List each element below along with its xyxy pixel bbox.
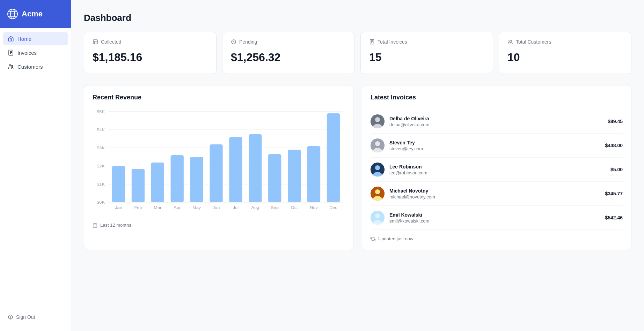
svg-rect-35	[288, 150, 301, 202]
calendar-icon	[93, 223, 97, 228]
svg-text:Jun: Jun	[213, 205, 220, 210]
chart-footer: Last 12 months	[93, 218, 345, 228]
sidebar-nav: Home Invoices Customers	[0, 28, 71, 306]
invoice-email: michael@novotny.com	[389, 194, 600, 200]
stat-pending-label: Pending	[239, 39, 257, 45]
svg-point-13	[511, 40, 512, 42]
invoice-amount: $345.77	[605, 191, 623, 196]
sign-out-button[interactable]: Sign Out	[6, 311, 65, 323]
logo-text: Acme	[22, 9, 43, 18]
svg-rect-33	[249, 134, 262, 202]
invoice-name: Delba de Oliveira	[389, 116, 603, 121]
stat-collected-value: $1,185.16	[93, 51, 208, 64]
stat-pending-value: $1,256.32	[231, 51, 346, 64]
bottom-grid: Recent Revenue $5K $4K $3K $2K $1K $0K	[84, 85, 631, 250]
svg-text:Jul: Jul	[233, 205, 239, 210]
invoice-amount: $542.46	[605, 215, 623, 220]
svg-text:$4K: $4K	[97, 128, 105, 132]
svg-rect-26	[112, 166, 125, 202]
stat-card-total-customers: Total Customers 10	[499, 32, 631, 74]
sign-out-label: Sign Out	[16, 314, 35, 320]
svg-text:$5K: $5K	[97, 110, 105, 114]
svg-point-64	[375, 213, 380, 218]
invoice-info: Emil Kowalski emil@kowalski.com	[389, 212, 600, 224]
stat-card-invoices-header: Total Invoices	[369, 39, 484, 45]
bar-chart: $5K $4K $3K $2K $1K $0K	[93, 110, 345, 214]
sidebar-item-home-label: Home	[17, 36, 31, 42]
invoice-info: Delba de Oliveira delba@oliveira.com	[389, 116, 603, 127]
sidebar-item-invoices[interactable]: Invoices	[3, 46, 68, 59]
invoice-item: Emil Kowalski emil@kowalski.com $542.46	[371, 206, 623, 230]
invoice-amount: $448.00	[605, 143, 623, 148]
chart-area: $5K $4K $3K $2K $1K $0K	[93, 110, 345, 214]
sidebar-item-invoices-label: Invoices	[17, 50, 37, 56]
svg-rect-9	[93, 40, 97, 44]
file-icon	[369, 39, 375, 45]
invoices-icon	[8, 50, 14, 56]
svg-rect-28	[151, 163, 164, 202]
invoice-email: emil@kowalski.com	[389, 218, 600, 224]
svg-rect-34	[268, 154, 281, 202]
svg-rect-50	[93, 224, 97, 227]
stat-card-collected: Collected $1,185.16	[84, 32, 217, 74]
invoice-info: Steven Tey steven@tey.com	[389, 140, 600, 151]
avatar-img	[371, 114, 385, 128]
svg-point-52	[375, 117, 380, 122]
sidebar: Acme Home Invoices Customers	[0, 0, 71, 331]
invoice-name: Michael Novotny	[389, 188, 600, 194]
avatar	[371, 138, 385, 152]
stat-card-pending: Pending $1,256.32	[222, 32, 355, 74]
svg-rect-36	[307, 146, 320, 202]
invoice-email: steven@tey.com	[389, 146, 600, 151]
invoice-name: Lee Robinson	[389, 164, 606, 170]
clock-icon	[231, 39, 236, 45]
svg-text:Feb: Feb	[134, 205, 142, 210]
svg-text:$2K: $2K	[97, 164, 105, 168]
svg-text:$0K: $0K	[97, 200, 105, 205]
stat-customers-value: 10	[507, 51, 623, 64]
sidebar-item-customers[interactable]: Customers	[3, 60, 68, 73]
svg-text:Mar: Mar	[154, 205, 161, 210]
svg-text:Jan: Jan	[115, 205, 122, 210]
stat-card-total-invoices: Total Invoices 15	[360, 32, 493, 74]
stat-invoices-value: 15	[369, 51, 484, 64]
svg-rect-27	[132, 169, 145, 202]
svg-text:Dec: Dec	[329, 205, 337, 210]
sidebar-item-customers-label: Customers	[17, 64, 43, 70]
svg-point-6	[9, 65, 11, 66]
avatar	[371, 211, 385, 225]
stats-grid: Collected $1,185.16 Pending $1,256.32 To…	[84, 32, 631, 74]
avatar	[371, 187, 385, 201]
stat-collected-label: Collected	[101, 39, 121, 45]
invoice-amount: $5.00	[610, 167, 623, 172]
svg-point-55	[375, 141, 380, 146]
users-icon	[507, 39, 513, 45]
svg-point-61	[375, 189, 380, 194]
svg-rect-30	[190, 157, 203, 202]
sidebar-item-home[interactable]: Home	[3, 32, 68, 45]
sign-out-icon	[8, 314, 13, 320]
page-title: Dashboard	[84, 13, 631, 23]
svg-rect-31	[210, 144, 222, 202]
svg-text:Oct: Oct	[291, 205, 298, 210]
stat-card-pending-header: Pending	[231, 39, 346, 45]
svg-point-58	[375, 165, 380, 170]
avatar-img	[371, 211, 385, 225]
invoice-amount: $89.45	[608, 119, 623, 124]
avatar-img	[371, 163, 385, 176]
invoice-item: Lee Robinson lee@robinson.com $5.00	[371, 158, 623, 182]
revenue-chart-title: Recent Revenue	[93, 94, 345, 101]
svg-point-7	[12, 65, 13, 67]
svg-text:Aug: Aug	[251, 205, 259, 210]
latest-invoices-card: Latest Invoices Delba de Oliveira delba@…	[362, 85, 631, 250]
svg-text:$1K: $1K	[97, 182, 105, 187]
svg-text:$3K: $3K	[97, 146, 105, 150]
svg-text:Apr: Apr	[174, 205, 181, 210]
revenue-chart-card: Recent Revenue $5K $4K $3K $2K $1K $0K	[84, 85, 353, 250]
avatar	[371, 114, 385, 128]
logo-area: Acme	[0, 0, 71, 28]
latest-invoices-title: Latest Invoices	[371, 94, 623, 101]
stat-customers-label: Total Customers	[516, 39, 551, 45]
stat-card-collected-header: Collected	[93, 39, 208, 45]
svg-text:Nov: Nov	[310, 205, 318, 210]
